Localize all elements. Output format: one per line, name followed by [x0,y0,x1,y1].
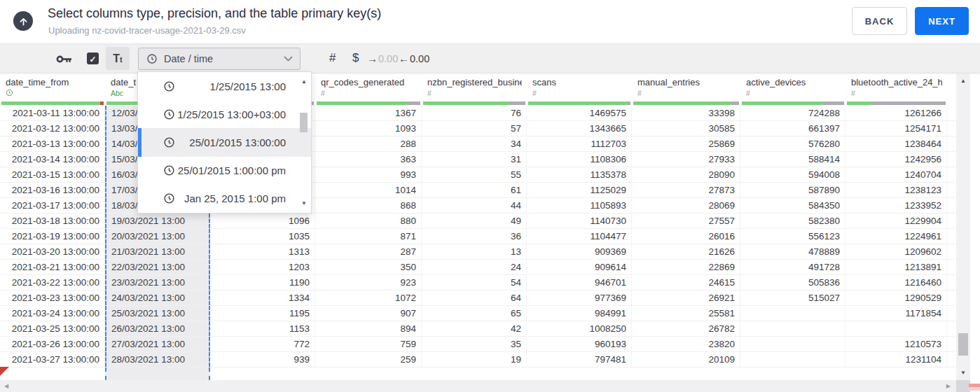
table-cell[interactable]: 23820 [632,337,740,351]
table-cell[interactable]: 772 [210,337,315,351]
primary-key-button[interactable] [56,54,73,67]
format-option[interactable]: 1/25/2015 13:00 [138,72,311,100]
table-cell[interactable]: 1242956 [846,152,947,167]
table-cell[interactable]: 34 [422,136,527,151]
table-cell[interactable]: 64 [422,290,527,305]
table-cell[interactable]: 27557 [632,214,740,228]
table-cell[interactable]: 1135378 [527,167,632,182]
decimal-decrease-button[interactable]: →0.00 [367,52,398,64]
table-cell[interactable]: 36 [422,229,527,244]
decimal-increase-button[interactable]: ←0.00 [399,52,429,64]
table-cell[interactable]: 1072 [315,290,422,305]
table-cell[interactable] [740,352,846,367]
table-cell[interactable]: 1014 [315,183,422,197]
table-cell[interactable]: 26016 [632,229,740,244]
table-cell[interactable]: 21/03/2021 13:00 [105,244,210,259]
table-cell[interactable]: 65 [422,306,527,321]
table-cell[interactable]: 288 [315,136,422,151]
table-cell[interactable]: 1254171 [846,121,947,136]
table-cell[interactable]: 25581 [632,306,740,321]
table-cell[interactable] [740,306,846,321]
table-cell[interactable]: 19 [422,352,527,367]
table-cell[interactable]: 2021-03-18 13:00:00 [0,214,105,228]
table-cell[interactable]: 49 [422,214,527,228]
table-cell[interactable]: 1096 [210,214,315,228]
scroll-down-arrow-icon[interactable]: ▼ [956,370,970,376]
scroll-left-arrow-icon[interactable]: ◀ [4,383,8,389]
table-cell[interactable]: 22869 [632,260,740,274]
table-cell[interactable]: 1216460 [846,275,947,290]
column-header-scans[interactable]: scans# [527,74,632,102]
table-cell[interactable]: 909369 [527,244,632,259]
table-cell[interactable]: 1231104 [846,352,947,367]
table-cell[interactable]: 724288 [740,106,846,120]
table-cell[interactable]: 27933 [632,152,740,167]
table-cell[interactable]: 1195 [210,306,315,321]
table-cell[interactable]: 363 [315,152,422,167]
column-header-active_devices[interactable]: active_devices# [740,74,846,102]
table-cell[interactable]: 13 [422,244,527,259]
table-cell[interactable]: 2021-03-24 13:00:00 [0,306,105,321]
table-cell[interactable]: 1233952 [846,198,947,213]
table-cell[interactable]: 44 [422,198,527,213]
table-cell[interactable]: 54 [422,275,527,290]
table-cell[interactable]: 759 [315,337,422,351]
table-cell[interactable]: 2021-03-20 13:00:00 [0,244,105,259]
table-cell[interactable]: 1171854 [846,306,947,321]
table-cell[interactable]: 923 [315,275,422,290]
table-cell[interactable]: 1261266 [846,106,947,120]
table-cell[interactable]: 28/03/2021 13:00 [105,352,210,367]
table-cell[interactable]: 984991 [527,306,632,321]
table-cell[interactable]: 2021-03-19 13:00:00 [0,229,105,244]
table-cell[interactable]: 25869 [632,136,740,151]
table-cell[interactable]: 977369 [527,290,632,305]
column-type-select[interactable]: Date / time [138,48,301,70]
table-cell[interactable]: 1105893 [527,198,632,213]
table-cell[interactable]: 2021-03-15 13:00:00 [0,167,105,182]
table-cell[interactable]: 556123 [740,229,846,244]
table-cell[interactable]: 350 [315,260,422,274]
table-cell[interactable]: 907 [315,306,422,321]
table-cell[interactable]: 797481 [527,352,632,367]
table-cell[interactable]: 993 [315,167,422,182]
table-cell[interactable]: 23/03/2021 13:00 [105,275,210,290]
table-cell[interactable]: 1093 [315,121,422,136]
format-option[interactable]: 25/01/2015 1:00:00 pm [138,157,311,185]
table-cell[interactable]: 35 [422,337,527,351]
dropdown-scrollbar-thumb[interactable] [300,113,308,132]
back-button[interactable]: BACK [852,7,907,35]
table-cell[interactable]: 26/03/2021 13:00 [105,321,210,336]
table-cell[interactable]: 1209602 [846,244,947,259]
table-cell[interactable]: 1343665 [527,121,632,136]
checkbox-checked[interactable]: ✓ [87,52,99,64]
next-button[interactable]: NEXT [915,7,969,35]
scroll-up-arrow-icon[interactable]: ▲ [956,78,970,84]
currency-type-button[interactable]: $ [352,51,359,65]
table-cell[interactable]: 1213891 [846,260,947,274]
table-cell[interactable]: 478889 [740,244,846,259]
table-cell[interactable]: 26921 [632,290,740,305]
table-cell[interactable]: 582380 [740,214,846,228]
table-cell[interactable]: 28069 [632,198,740,213]
table-cell[interactable]: 57 [422,121,527,136]
table-cell[interactable] [846,321,947,336]
table-cell[interactable]: 24 [422,260,527,274]
column-header-date_time_from[interactable]: date_time_from [0,74,105,102]
table-cell[interactable]: 24/03/2021 13:00 [105,290,210,305]
table-cell[interactable]: 2021-03-23 13:00:00 [0,290,105,305]
table-cell[interactable]: 1210573 [846,337,947,351]
table-cell[interactable]: 55 [422,167,527,182]
format-option[interactable]: 25/01/2015 13:00:00 [138,128,311,156]
table-cell[interactable]: 1125029 [527,183,632,197]
table-cell[interactable]: 1203 [210,260,315,274]
table-cell[interactable]: 2021-03-14 13:00:00 [0,152,105,167]
horizontal-scrollbar[interactable]: ◀ ▶ [0,380,956,392]
table-cell[interactable]: 30585 [632,121,740,136]
table-cell[interactable]: 1229904 [846,214,947,228]
table-cell[interactable]: 2021-03-17 13:00:00 [0,198,105,213]
text-format-button[interactable]: Tt [106,47,130,70]
table-cell[interactable]: 587890 [740,183,846,197]
column-header-qr_codes_generated[interactable]: qr_codes_generated# [315,74,422,102]
table-cell[interactable]: 894 [315,321,422,336]
vertical-scrollbar-thumb[interactable] [958,333,968,356]
